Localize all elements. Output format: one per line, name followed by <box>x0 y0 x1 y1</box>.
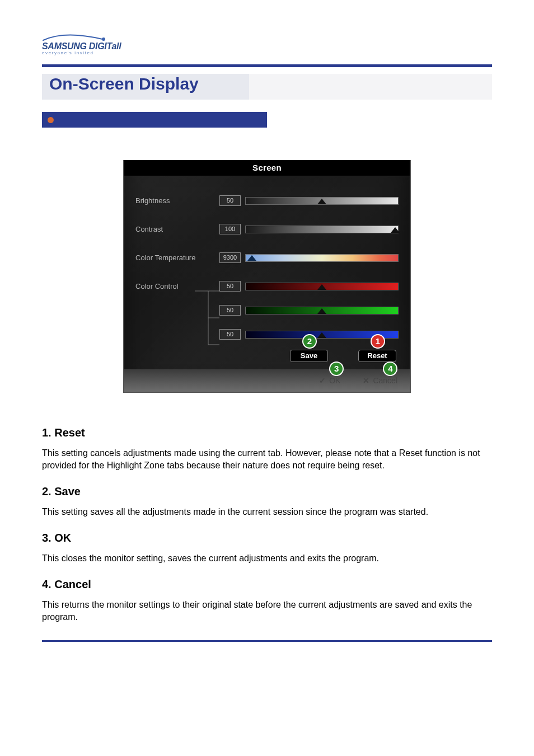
contrast-label: Contrast <box>135 225 219 233</box>
row-color-control-r: Color Control 50 <box>135 281 399 292</box>
row-color-control-b: 50 <box>135 329 399 340</box>
title-band: On-Screen Display <box>42 74 492 100</box>
page-title: On-Screen Display <box>49 74 199 93</box>
reset-button[interactable]: Reset <box>358 350 396 362</box>
section-heading: 4. Cancel <box>42 578 492 591</box>
callout-4: 4 <box>383 361 397 376</box>
section-heading: 1. Reset <box>42 426 492 439</box>
svg-point-0 <box>102 37 105 41</box>
top-divider <box>42 64 492 67</box>
color-temperature-slider[interactable] <box>245 254 399 262</box>
color-control-r-slider[interactable] <box>245 283 399 290</box>
color-temperature-value: 9300 <box>219 252 241 263</box>
osd-title: Screen <box>124 160 410 176</box>
bottom-divider <box>42 640 492 642</box>
color-control-label: Color Control <box>135 282 219 290</box>
row-color-temperature: Color Temperature 9300 <box>135 252 399 263</box>
save-button[interactable]: Save <box>290 350 328 362</box>
color-control-b-value: 50 <box>219 329 241 340</box>
contrast-slider[interactable] <box>245 226 399 233</box>
section-text: This closes the monitor setting, saves t… <box>42 552 492 565</box>
section-heading: 2. Save <box>42 485 492 498</box>
section-text: This setting saves all the adjustments m… <box>42 506 492 518</box>
contrast-value: 100 <box>219 224 241 234</box>
callout-3: 3 <box>329 361 344 376</box>
section-text: This returns the monitor settings to the… <box>42 599 492 623</box>
callout-1: 1 <box>371 334 385 349</box>
brand-logo: SAMSUNG DIGITall everyone's invited <box>42 34 492 55</box>
brightness-label: Brightness <box>135 196 219 205</box>
ok-label: OK <box>329 376 340 385</box>
row-brightness: Brightness 50 <box>135 195 399 206</box>
row-contrast: Contrast 100 <box>135 224 399 234</box>
section-text: This setting cancels adjustments made us… <box>42 447 492 472</box>
color-temperature-label: Color Temperature <box>135 253 219 262</box>
osd-dialog: Screen Brightness 50 Contrast 100 <box>123 160 411 393</box>
color-control-g-slider[interactable] <box>245 307 399 314</box>
ok-button[interactable]: 3 ✓ OK <box>319 376 340 385</box>
section-bar <box>42 112 267 128</box>
callout-2: 2 <box>302 334 317 349</box>
section-bar-dot-icon <box>48 117 54 123</box>
color-control-r-value: 50 <box>219 281 241 292</box>
osd-footer: 3 ✓ OK 4 ✕ Cancel <box>124 369 410 392</box>
brand-name-text: SAMSUNG DIGITall <box>42 41 121 51</box>
brand-swoosh <box>42 34 120 41</box>
cancel-label: Cancel <box>373 376 397 385</box>
check-icon: ✓ <box>319 376 326 385</box>
section-heading: 3. OK <box>42 532 492 544</box>
cancel-button[interactable]: 4 ✕ Cancel <box>363 376 397 385</box>
color-control-g-value: 50 <box>219 305 241 316</box>
row-color-control-g: 50 <box>135 305 399 316</box>
brightness-slider[interactable] <box>245 197 399 205</box>
brightness-value: 50 <box>219 195 241 206</box>
close-icon: ✕ <box>363 376 369 385</box>
